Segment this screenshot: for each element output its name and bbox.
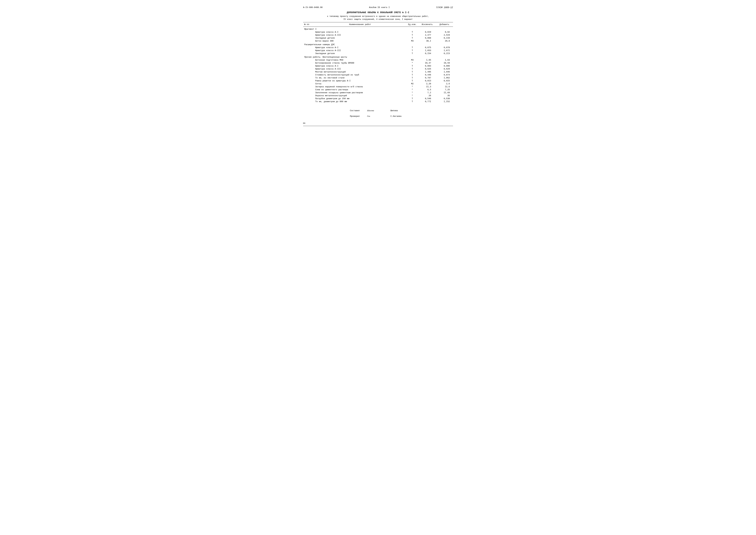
cell-add: 0,02: [436, 31, 453, 34]
checked-handwriting: Ген: [367, 115, 386, 117]
cell-add: II,69: [436, 91, 453, 94]
cell-excl: 0,77I: [418, 100, 436, 103]
cell-excl: 0,075: [418, 46, 436, 49]
cell-num: [303, 59, 314, 62]
cell-num: [303, 52, 314, 55]
section-label: Фрагмент I: [303, 27, 453, 31]
cell-name: Арматура класса А-III: [314, 49, 406, 52]
cell-excl: I0,47: [418, 62, 436, 65]
cell-add: 0,538: [436, 97, 453, 100]
sign-row-checked: Проверил Ген С.Нагаева: [350, 115, 406, 117]
table-row: Слив из цементного раствора"6,57,25: [303, 88, 453, 91]
cell-unit: Т: [406, 100, 418, 103]
checked-name: С.Нагаева: [391, 115, 406, 117]
sign-row-compiled: Составил Шилова Шилова: [350, 109, 406, 112]
table-row: Заполнение козырька цементным раствором"…: [303, 91, 453, 94]
table-row: Закладные деталиТ0,I540,2I3: [303, 52, 453, 55]
cell-unit: Т: [406, 70, 418, 73]
cell-num: [303, 91, 314, 94]
table-row: Окраска металлоконструкций"2635: [303, 94, 453, 97]
cell-unit: М3: [406, 40, 418, 42]
col-header-num: № пп: [303, 22, 314, 27]
col-header-name: Наименование работ: [314, 22, 406, 27]
cell-excl: 26: [418, 94, 436, 97]
cell-num: [303, 76, 314, 79]
cell-unit: Т: [406, 52, 418, 55]
table-row: Закладные деталиТ0,0680,II0: [303, 37, 453, 40]
cell-excl: 0,446: [418, 73, 436, 76]
table-row: Бетон марки 300М330,I29,8: [303, 40, 453, 42]
cell-excl: 30,I: [418, 40, 436, 42]
table-row: Арматура класса А-IТ0,0830,086: [303, 65, 453, 68]
cell-num: [303, 68, 314, 70]
cell-add: 2,6: [436, 82, 453, 85]
table-row: Патрубки диаметром до 250 ммТ0,5460,538: [303, 97, 453, 100]
header-doc-num: СФ 1009-12: [440, 6, 453, 9]
cell-add: 0,078: [436, 46, 453, 49]
cell-excl: 0,625: [418, 68, 436, 70]
cell-name: Бетонирование ствола трубы БМ300: [314, 62, 406, 65]
cell-add: I,I52: [436, 100, 453, 103]
subtitle: к типовому проекту сооружения встроенног…: [303, 15, 453, 21]
cell-unit: Т: [406, 65, 418, 68]
table-row: То же, из листовой сталиТ0,787I,062: [303, 76, 453, 79]
cell-excl: I,495: [418, 70, 436, 73]
cell-name: Окраска металлоконструкций: [314, 94, 406, 97]
cell-num: [303, 79, 314, 82]
cell-excl: 2,28: [418, 82, 436, 85]
header: А-IV-600-0480.90 Альбом IO книга I I23 С…: [303, 6, 453, 9]
col-header-excl: Исключить: [418, 22, 436, 27]
compiled-name: Шилова: [391, 109, 406, 112]
cell-unit: Т: [406, 68, 418, 70]
cell-num: [303, 70, 314, 73]
cell-unit: Т: [406, 49, 418, 52]
doc-code: А-IV-600-0480.90: [303, 6, 323, 9]
cell-name: Патрубки диаметром до 250 мм: [314, 97, 406, 100]
footer-mark: юа: [303, 122, 453, 124]
cell-unit: Т: [406, 79, 418, 82]
cell-unit: ": [406, 88, 418, 91]
section-label: Расширительные камеры ДЭС: [303, 42, 453, 46]
section-header-row: Прочие работы. Вентиляционные шахты: [303, 55, 453, 59]
main-table: № пп Наименование работ Ед.изм. Исключит…: [303, 22, 453, 103]
cell-add: I,946: [436, 70, 453, 73]
cell-num: [303, 73, 314, 76]
cell-unit: ": [406, 91, 418, 94]
cell-excl: 0,I54: [418, 52, 436, 55]
cell-name: Арматура класса А-III: [314, 34, 406, 37]
title-main: ДОПОЛНИТЕЛЬНЫЕ ОБЪЕМЫ К ЛОКАЛЬНОЙ СМЕТЕ …: [303, 11, 453, 14]
table-row: Арматура класса А-IТ0,0I90,02: [303, 31, 453, 34]
cell-num: [303, 82, 314, 85]
cell-add: I0,59: [436, 62, 453, 65]
cell-unit: Т: [406, 97, 418, 100]
cell-excl: I,65: [418, 59, 436, 62]
cell-num: [303, 94, 314, 97]
cell-add: 0,0I5: [436, 79, 453, 82]
cell-name: Заполнение козырька цементным раствором: [314, 91, 406, 94]
header-center: Альбом IO книга I: [322, 6, 436, 9]
cell-excl: 0,068: [418, 37, 436, 40]
cell-name: Сетка: [314, 82, 406, 85]
table-row: Арматура класса А-IIIТ2,4772,5I9: [303, 34, 453, 37]
cell-add: I2,6: [436, 85, 453, 88]
table-row: Стоимость металлоконструкций из трубТ0,4…: [303, 73, 453, 76]
page: А-IV-600-0480.90 Альбом IO книга I I23 С…: [303, 6, 453, 126]
cell-num: [303, 46, 314, 49]
cell-name: То же, диаметром до 800 мм: [314, 100, 406, 103]
col-header-unit: Ед.изм.: [406, 22, 418, 27]
cell-name: Рамка решетки из арматуры А-I: [314, 79, 406, 82]
cell-excl: 0,0I3: [418, 79, 436, 82]
album-label: Альбом IO книга I: [369, 6, 390, 9]
checked-label: Проверил: [350, 115, 363, 117]
cell-num: [303, 88, 314, 91]
cell-num: [303, 37, 314, 40]
section-header-row: Расширительные камеры ДЭС: [303, 42, 453, 46]
cell-excl: II,3: [418, 85, 436, 88]
cell-num: [303, 62, 314, 65]
cell-excl: 0,546: [418, 97, 436, 100]
cell-num: [303, 34, 314, 37]
header-left: А-IV-600-0480.90: [303, 6, 323, 9]
cell-excl: 0,787: [418, 76, 436, 79]
cell-name: Слив из цементного раствора: [314, 88, 406, 91]
table-row: Арматура класса А-IТ0,0750,078: [303, 46, 453, 49]
